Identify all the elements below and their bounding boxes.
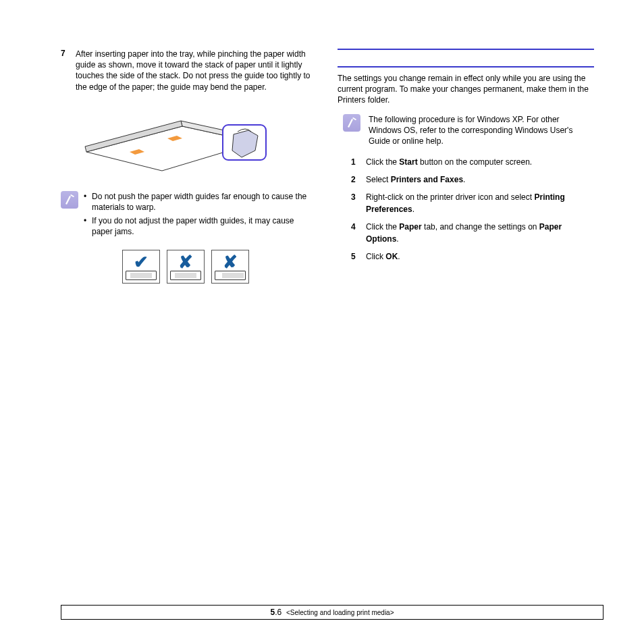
example-row: ✔ ✘ ✘: [61, 250, 311, 284]
step-text: Right-click on the printer driver icon a…: [366, 191, 594, 215]
step-text: Click the Start button on the computer s…: [366, 156, 594, 168]
step-text: After inserting paper into the tray, whi…: [76, 49, 311, 92]
note-text: The following procedure is for Windows X…: [369, 114, 594, 147]
svg-rect-7: [352, 117, 356, 120]
cross-icon: ✘: [223, 253, 238, 271]
svg-rect-6: [70, 194, 74, 197]
step-text: Click the Paper tab, and change the sett…: [366, 221, 594, 245]
example-correct: ✔: [122, 250, 160, 284]
step-number: 3: [351, 191, 360, 215]
cross-icon: ✘: [178, 253, 193, 271]
note-icon: [61, 191, 78, 209]
step-number: 7: [61, 49, 70, 92]
section-intro: The settings you change remain in effect…: [338, 73, 594, 106]
step-number: 1: [351, 156, 360, 168]
step-text: Select Printers and Faxes.: [366, 173, 594, 186]
step-number: 2: [351, 173, 360, 186]
check-icon: ✔: [134, 253, 149, 271]
note-bullet: If you do not adjust the paper width gui…: [84, 215, 311, 237]
section-heading: [338, 49, 594, 68]
note-bullet: Do not push the paper width guides far e…: [84, 191, 311, 213]
example-wrong: ✘: [211, 250, 249, 284]
tray-figure: [81, 105, 277, 179]
step-number: 4: [351, 221, 360, 245]
example-wrong: ✘: [167, 250, 205, 284]
page-footer: 5.6 <Selecting and loading print media>: [61, 605, 603, 620]
step-text: Click OK.: [366, 250, 594, 263]
note-icon: [343, 114, 360, 132]
step-number: 5: [351, 250, 360, 263]
